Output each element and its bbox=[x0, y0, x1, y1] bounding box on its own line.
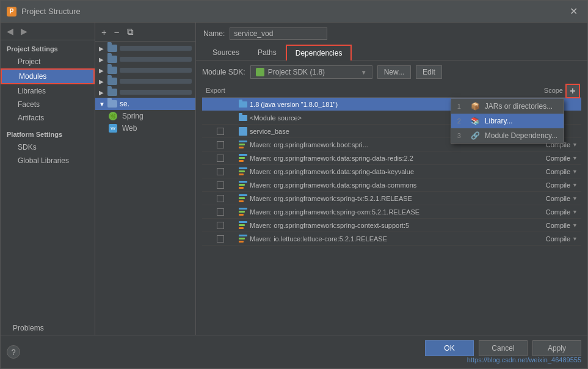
project-structure-dialog: P Project Structure ✕ ◀ ▶ Project Settin… bbox=[0, 0, 588, 369]
dep-row-maven3[interactable]: Maven: org.springframework.data:spring-d… bbox=[202, 165, 581, 178]
tree-item-blurred4[interactable]: ▶ bbox=[95, 76, 195, 87]
dep-export-check-maven1[interactable] bbox=[202, 141, 239, 148]
tree-item-blurred5[interactable]: ▶ bbox=[95, 87, 195, 98]
dep-scope-maven3[interactable]: Compile ▼ bbox=[526, 168, 581, 175]
tree-item-spring[interactable]: 🌿 Spring bbox=[95, 110, 195, 122]
dep-scope-maven6[interactable]: Compile ▼ bbox=[526, 208, 581, 216]
tab-paths[interactable]: Paths bbox=[249, 45, 286, 60]
library-icon: 📚 bbox=[471, 117, 480, 125]
jar-icon: 📦 bbox=[471, 102, 480, 111]
project-settings-label: Project Settings bbox=[1, 40, 95, 55]
tree-item-web[interactable]: W Web bbox=[95, 122, 195, 134]
bottom-left: ? bbox=[7, 345, 20, 359]
tree-item-label-web: Web bbox=[122, 124, 137, 133]
status-url: https://blog.csdn.net/weixin_46489555 bbox=[467, 356, 581, 364]
module-dep-icon: 🔗 bbox=[471, 131, 480, 140]
dependencies-table: Export Scope + 1 📦 JARs or directories..… bbox=[202, 84, 581, 330]
maven7-checkbox[interactable] bbox=[217, 222, 224, 229]
service-base-checkbox[interactable] bbox=[217, 128, 224, 135]
sdk-dropdown[interactable]: Project SDK (1.8) ▼ bbox=[250, 65, 372, 79]
dep-scope-maven7[interactable]: Compile ▼ bbox=[526, 222, 581, 229]
bottom-bar: ? OK Cancel Apply https://blog.csdn.net/… bbox=[1, 335, 587, 368]
tabs-row: Sources Paths Dependencies bbox=[203, 45, 580, 60]
spring-icon: 🌿 bbox=[109, 112, 117, 120]
sidebar-item-project[interactable]: Project bbox=[1, 55, 95, 68]
sidebar-item-facets[interactable]: Facets bbox=[1, 98, 95, 111]
tree-item-se[interactable]: ▼ se. bbox=[95, 98, 195, 110]
dep-scope-maven4[interactable]: Compile ▼ bbox=[526, 181, 581, 189]
add-dependency-button[interactable]: + bbox=[565, 84, 580, 98]
sdk-dropdown-arrow: ▼ bbox=[361, 69, 367, 76]
right-panel: Name: Sources Paths Dependencies bbox=[196, 23, 587, 335]
maven6-checkbox[interactable] bbox=[217, 208, 224, 216]
sidebar-item-global-libraries[interactable]: Global Libraries bbox=[1, 154, 95, 167]
jdk-icon bbox=[239, 101, 247, 108]
dep-scope-maven8[interactable]: Compile ▼ bbox=[526, 235, 581, 243]
maven-bars-2 bbox=[239, 154, 247, 162]
maven5-checkbox[interactable] bbox=[217, 195, 224, 202]
dep-row-maven7[interactable]: Maven: org.springframework:spring-contex… bbox=[202, 219, 581, 232]
tree-item-blurred1[interactable]: ▶ bbox=[95, 43, 195, 54]
title-bar: P Project Structure ✕ bbox=[1, 1, 587, 23]
add-dependency-dropdown: 1 📦 JARs or directories... 2 📚 Library..… bbox=[451, 98, 564, 144]
back-button[interactable]: ◀ bbox=[4, 25, 16, 37]
dep-export-check-service-base[interactable] bbox=[202, 128, 239, 135]
sidebar-item-sdks[interactable]: SDKs bbox=[1, 141, 95, 154]
forward-button[interactable]: ▶ bbox=[18, 25, 30, 37]
tree-item-blurred3[interactable]: ▶ bbox=[95, 65, 195, 76]
maven-bars-3 bbox=[239, 167, 247, 175]
maven8-checkbox[interactable] bbox=[217, 235, 224, 243]
new-button[interactable]: New... bbox=[377, 65, 411, 79]
dropdown-item-module-dep[interactable]: 3 🔗 Module Dependency... bbox=[451, 128, 564, 143]
dep-scope-maven2[interactable]: Compile ▼ bbox=[526, 155, 581, 162]
name-row: Name: bbox=[203, 27, 580, 40]
maven4-checkbox[interactable] bbox=[217, 181, 224, 189]
dialog-title: Project Structure bbox=[21, 7, 81, 16]
sdk-label: Module SDK: bbox=[202, 68, 245, 76]
tree-item-blurred2[interactable]: ▶ bbox=[95, 54, 195, 65]
dep-name-maven3: Maven: org.springframework.data:spring-d… bbox=[250, 168, 526, 175]
tree-item-label-se: se. bbox=[120, 100, 129, 108]
scope-arrow: ▼ bbox=[572, 142, 578, 148]
maven3-checkbox[interactable] bbox=[217, 168, 224, 175]
ok-button[interactable]: OK bbox=[425, 340, 474, 356]
edit-button[interactable]: Edit bbox=[416, 65, 442, 79]
sidebar-item-modules[interactable]: Modules bbox=[1, 68, 95, 84]
source-icon bbox=[239, 115, 247, 121]
tree-copy-button[interactable]: ⧉ bbox=[125, 25, 136, 38]
dropdown-item-jars[interactable]: 1 📦 JARs or directories... bbox=[451, 99, 564, 114]
maven1-checkbox[interactable] bbox=[217, 141, 224, 148]
help-button[interactable]: ? bbox=[7, 345, 20, 359]
scope-arrow-2: ▼ bbox=[572, 155, 578, 161]
tab-sources[interactable]: Sources bbox=[203, 45, 249, 60]
sidebar-item-libraries[interactable]: Libraries bbox=[1, 84, 95, 98]
sidebar-item-problems[interactable]: Problems bbox=[1, 321, 95, 335]
tree-add-button[interactable]: + bbox=[99, 26, 109, 38]
sdk-icon bbox=[256, 68, 264, 76]
action-buttons: OK Cancel Apply bbox=[425, 340, 581, 356]
maven2-checkbox[interactable] bbox=[217, 155, 224, 162]
close-button[interactable]: ✕ bbox=[566, 4, 581, 18]
dep-row-maven4[interactable]: Maven: org.springframework.data:spring-d… bbox=[202, 178, 581, 192]
dep-row-maven2[interactable]: Maven: org.springframework.data:spring-d… bbox=[202, 152, 581, 165]
tab-dependencies[interactable]: Dependencies bbox=[286, 45, 352, 60]
dep-row-maven8[interactable]: Maven: io.lettuce:lettuce-core:5.2.1.REL… bbox=[202, 232, 581, 246]
dep-name-maven4: Maven: org.springframework.data:spring-d… bbox=[250, 181, 526, 189]
dep-row-maven6[interactable]: Maven: org.springframework:spring-oxm:5.… bbox=[202, 205, 581, 219]
cancel-button[interactable]: Cancel bbox=[479, 340, 528, 356]
maven-bars-5 bbox=[239, 194, 247, 202]
dep-name-maven6: Maven: org.springframework:spring-oxm:5.… bbox=[250, 208, 526, 216]
module-name-input[interactable] bbox=[230, 27, 327, 40]
dep-scope-maven5[interactable]: Compile ▼ bbox=[526, 195, 581, 202]
folder-icon bbox=[107, 89, 117, 96]
web-icon: W bbox=[109, 124, 117, 133]
tree-remove-button[interactable]: − bbox=[112, 26, 122, 38]
dropdown-item-library[interactable]: 2 📚 Library... bbox=[451, 114, 564, 128]
sidebar-item-artifacts[interactable]: Artifacts bbox=[1, 111, 95, 125]
module-dep-icon bbox=[239, 127, 247, 136]
maven-bars-6 bbox=[239, 208, 247, 216]
dep-row-maven5[interactable]: Maven: org.springframework:spring-tx:5.2… bbox=[202, 192, 581, 205]
apply-button[interactable]: Apply bbox=[532, 340, 581, 356]
bottom-status: OK Cancel Apply https://blog.csdn.net/we… bbox=[425, 340, 581, 364]
app-icon: P bbox=[7, 7, 16, 16]
